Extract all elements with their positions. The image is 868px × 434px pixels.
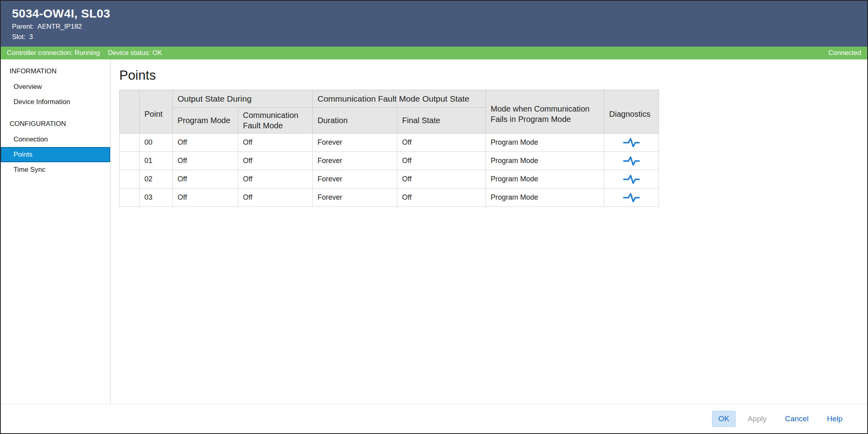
communication-fault-mode-cell[interactable]: Off (238, 189, 313, 207)
slot-line: Slot:3 (12, 32, 856, 42)
sidebar-item-connection[interactable]: Connection (1, 132, 110, 147)
program-mode-cell[interactable]: Off (173, 134, 238, 152)
duration-cell[interactable]: Forever (313, 152, 397, 170)
program-mode-cell[interactable]: Off (173, 170, 238, 189)
row-selector[interactable] (120, 170, 140, 189)
table-row: 03 Off Off Forever Off Program Mode (120, 189, 659, 207)
diagnostics-cell[interactable] (604, 170, 659, 189)
connection-state-badge: Connected (829, 49, 861, 57)
sidebar-section-information: INFORMATION (1, 63, 110, 79)
column-header-final-state: Final State (397, 108, 486, 134)
row-selector-header (120, 90, 140, 134)
sidebar-section-configuration: CONFIGURATION (1, 115, 110, 132)
group-header-output-state-during: Output State During (173, 90, 313, 108)
final-state-cell[interactable]: Off (397, 189, 486, 207)
communication-fault-mode-cell[interactable]: Off (238, 134, 313, 152)
mode-when-comm-fails-cell[interactable]: Program Mode (486, 189, 604, 207)
row-selector[interactable] (120, 134, 140, 152)
column-header-duration: Duration (313, 108, 397, 134)
device-status: Device status: OK (108, 49, 162, 57)
status-bar: Controller connection: Running Device st… (1, 47, 867, 59)
device-title: 5034-OW4I, SL03 (12, 6, 856, 21)
row-selector[interactable] (120, 189, 140, 207)
column-header-diagnostics: Diagnostics (604, 90, 659, 134)
sidebar: INFORMATION Overview Device Information … (1, 59, 110, 404)
ok-button[interactable]: OK (712, 411, 736, 427)
column-header-communication-fault-mode: Communication Fault Mode (238, 108, 313, 134)
diagnostics-waveform-icon[interactable] (623, 173, 640, 185)
sidebar-item-time-sync[interactable]: Time Sync (1, 162, 110, 177)
sidebar-item-device-information[interactable]: Device Information (1, 94, 110, 110)
program-mode-cell[interactable]: Off (173, 152, 238, 170)
slot-label: Slot: (12, 33, 26, 41)
parent-line: Parent:AENTR_IP182 (12, 22, 856, 31)
parent-value: AENTR_IP182 (37, 23, 82, 30)
row-selector[interactable] (120, 152, 140, 170)
table-header-row-groups: Point Output State During Communication … (120, 90, 659, 108)
window-header: 5034-OW4I, SL03 Parent:AENTR_IP182 Slot:… (1, 1, 867, 47)
diagnostics-waveform-icon[interactable] (623, 137, 640, 149)
diagnostics-cell[interactable] (604, 152, 659, 170)
column-header-point: Point (140, 90, 173, 134)
controller-connection-status: Controller connection: Running (7, 49, 100, 57)
table-row: 02 Off Off Forever Off Program Mode (120, 170, 659, 189)
point-cell: 02 (140, 170, 173, 189)
group-header-comm-fault-output-state: Communication Fault Mode Output State (313, 90, 486, 108)
device-profile-window: 5034-OW4I, SL03 Parent:AENTR_IP182 Slot:… (1, 1, 867, 433)
final-state-cell[interactable]: Off (397, 134, 486, 152)
footer-button-bar: OK Apply Cancel Help (1, 404, 867, 433)
help-button[interactable]: Help (821, 411, 849, 427)
final-state-cell[interactable]: Off (397, 170, 486, 189)
diagnostics-cell[interactable] (604, 189, 659, 207)
slot-value: 3 (29, 33, 33, 41)
column-header-mode-when-comm-fails: Mode when Communication Fails in Program… (486, 90, 604, 134)
mode-when-comm-fails-cell[interactable]: Program Mode (486, 152, 604, 170)
parent-label: Parent: (12, 23, 34, 30)
mode-when-comm-fails-cell[interactable]: Program Mode (486, 170, 604, 189)
point-cell: 00 (140, 134, 173, 152)
communication-fault-mode-cell[interactable]: Off (238, 152, 313, 170)
mode-when-comm-fails-cell[interactable]: Program Mode (486, 134, 604, 152)
apply-button[interactable]: Apply (741, 411, 773, 427)
table-row: 01 Off Off Forever Off Program Mode (120, 152, 659, 170)
diagnostics-waveform-icon[interactable] (623, 192, 640, 204)
final-state-cell[interactable]: Off (397, 152, 486, 170)
sidebar-item-points[interactable]: Points (1, 147, 110, 162)
duration-cell[interactable]: Forever (313, 134, 397, 152)
sidebar-item-overview[interactable]: Overview (1, 79, 110, 94)
column-header-program-mode: Program Mode (173, 108, 238, 134)
communication-fault-mode-cell[interactable]: Off (238, 170, 313, 189)
program-mode-cell[interactable]: Off (173, 189, 238, 207)
content-area: INFORMATION Overview Device Information … (1, 59, 867, 404)
page-title: Points (119, 67, 867, 83)
duration-cell[interactable]: Forever (313, 170, 397, 189)
point-cell: 03 (140, 189, 173, 207)
table-row: 00 Off Off Forever Off Program Mode (120, 134, 659, 152)
point-cell: 01 (140, 152, 173, 170)
main-panel: Points Point Output State Dur (110, 59, 867, 404)
diagnostics-cell[interactable] (604, 134, 659, 152)
cancel-button[interactable]: Cancel (779, 411, 815, 427)
duration-cell[interactable]: Forever (313, 189, 397, 207)
points-table: Point Output State During Communication … (119, 90, 659, 207)
diagnostics-waveform-icon[interactable] (623, 155, 640, 167)
